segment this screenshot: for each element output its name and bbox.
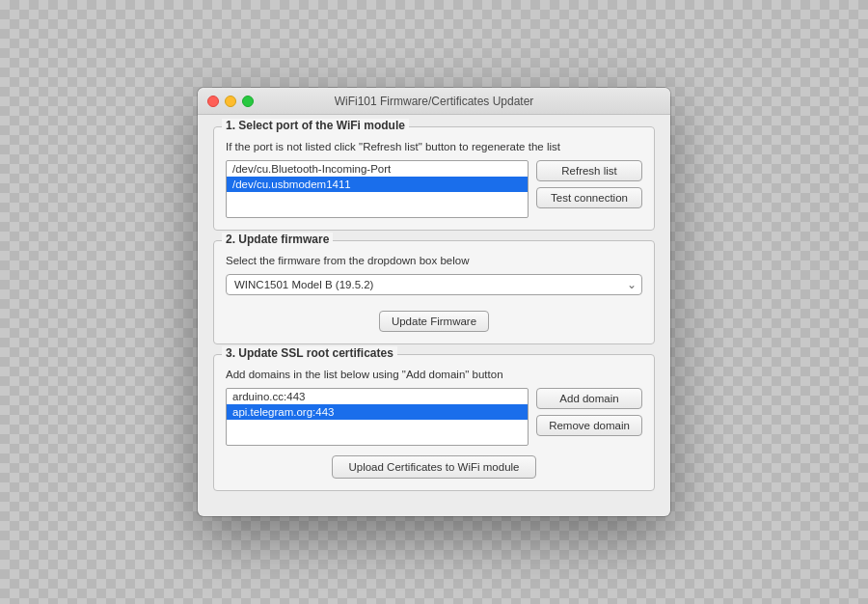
remove-domain-button[interactable]: Remove domain [536,415,642,436]
update-firmware-section: 2. Update firmware Select the firmware f… [213,240,655,344]
update-firmware-button[interactable]: Update Firmware [379,311,489,332]
domain-listbox[interactable]: arduino.cc:443 api.telegram.org:443 [226,388,529,446]
list-item[interactable]: /dev/cu.Bluetooth-Incoming-Port [227,161,528,177]
port-buttons: Refresh list Test connection [536,160,642,208]
maximize-button[interactable] [242,96,254,107]
section3-description: Add domains in the list below using "Add… [226,369,642,380]
upload-certificates-button[interactable]: Upload Certificates to WiFi module [332,455,535,479]
firmware-select-wrapper: WINC1501 Model B (19.5.2) ⌄ [226,274,642,295]
window-body: 1. Select port of the WiFi module If the… [198,115,670,516]
section1-title: 1. Select port of the WiFi module [222,119,409,132]
list-item[interactable]: /dev/cu.usbmodem1411 [227,177,528,192]
close-button[interactable] [207,96,219,107]
section3-content: arduino.cc:443 api.telegram.org:443 Add … [226,388,642,446]
section2-title: 2. Update firmware [222,233,333,246]
add-domain-button[interactable]: Add domain [536,388,642,409]
list-item[interactable]: api.telegram.org:443 [227,404,528,420]
select-port-section: 1. Select port of the WiFi module If the… [213,126,655,231]
list-item[interactable]: arduino.cc:443 [227,389,528,404]
ssl-certificates-section: 3. Update SSL root certificates Add doma… [213,354,655,491]
minimize-button[interactable] [225,96,236,107]
test-connection-button[interactable]: Test connection [536,187,642,208]
section1-content: /dev/cu.Bluetooth-Incoming-Port /dev/cu.… [226,160,642,218]
main-window: WiFi101 Firmware/Certificates Updater 1.… [198,88,670,516]
firmware-select[interactable]: WINC1501 Model B (19.5.2) [226,274,642,295]
titlebar-buttons [207,96,254,107]
update-firmware-btn-row: Update Firmware [226,311,642,332]
upload-btn-row: Upload Certificates to WiFi module [226,455,642,479]
section3-title: 3. Update SSL root certificates [222,346,397,360]
section2-content: WINC1501 Model B (19.5.2) ⌄ Update Firmw… [226,274,642,332]
domain-buttons: Add domain Remove domain [536,388,642,436]
section1-description: If the port is not listed click "Refresh… [226,141,642,152]
titlebar: WiFi101 Firmware/Certificates Updater [198,88,670,115]
window-title: WiFi101 Firmware/Certificates Updater [335,95,534,108]
port-listbox[interactable]: /dev/cu.Bluetooth-Incoming-Port /dev/cu.… [226,160,529,218]
refresh-list-button[interactable]: Refresh list [536,160,642,181]
section2-description: Select the firmware from the dropdown bo… [226,255,642,266]
